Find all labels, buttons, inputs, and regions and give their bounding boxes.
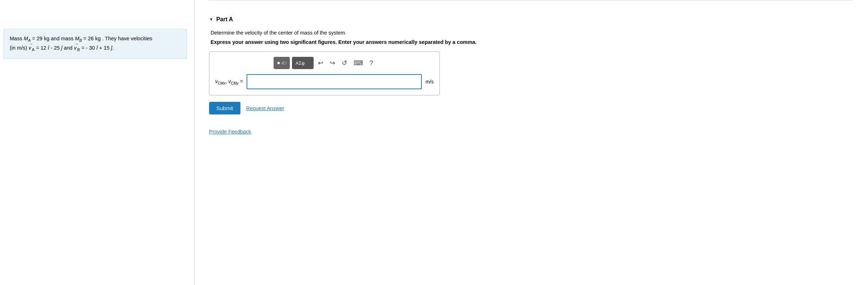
math-template-icon: ■ xyxy=(277,60,280,65)
help-button[interactable]: ? xyxy=(367,57,375,69)
velocity-b-vec: →v xyxy=(74,44,76,53)
part-a-label: Part A xyxy=(216,16,233,23)
request-answer-button[interactable]: Request Answer xyxy=(246,105,284,111)
submit-button[interactable]: Submit xyxy=(209,102,240,114)
input-row: vCMx, vCMy = m/s xyxy=(215,74,434,89)
help-icon: ? xyxy=(369,59,373,67)
problem-statement: Mass MA = 29 kg and mass MB = 26 kg . Th… xyxy=(4,29,187,59)
instruction-text: Express your answer using two significan… xyxy=(211,39,854,45)
redo-button[interactable]: ↪ xyxy=(328,57,337,69)
left-panel: Mass MA = 29 kg and mass MB = 26 kg . Th… xyxy=(0,0,195,285)
redo-icon: ↪ xyxy=(330,59,335,67)
reset-button[interactable]: ↺ xyxy=(340,57,349,69)
reset-icon: ↺ xyxy=(342,59,347,67)
answer-input[interactable] xyxy=(247,74,422,89)
unit-label: m/s xyxy=(425,79,434,85)
collapse-arrow-icon[interactable]: ▼ xyxy=(209,17,213,22)
question-text: Determine the velocity of the center of … xyxy=(211,30,854,36)
answer-container: ■ √□ ΑΣφ ↩ ↪ ↺ ⌨ ? vCM xyxy=(209,51,440,95)
right-panel: ▼ Part A Determine the velocity of the c… xyxy=(195,0,868,285)
math-template-button[interactable]: ■ √□ xyxy=(274,57,290,69)
math-template-sqrt-icon: √□ xyxy=(281,60,286,65)
undo-icon: ↩ xyxy=(318,59,323,67)
keyboard-button[interactable]: ⌨ xyxy=(351,57,365,69)
problem-line2: (in m/s) →vA = 12 î - 25 ĵ and →vB = - 3… xyxy=(10,44,181,53)
input-label: vCMx, vCMy = xyxy=(215,78,243,85)
top-divider xyxy=(209,0,854,0)
provide-feedback-link[interactable]: Provide Feedback xyxy=(209,129,251,135)
keyboard-icon: ⌨ xyxy=(354,59,363,67)
greek-symbols-button[interactable]: ΑΣφ xyxy=(292,57,314,69)
greek-label: ΑΣφ xyxy=(296,60,305,66)
part-a-header: ▼ Part A xyxy=(209,9,854,23)
undo-button[interactable]: ↩ xyxy=(316,57,326,69)
velocity-a-vec: →v xyxy=(28,44,31,53)
math-toolbar: ■ √□ ΑΣφ ↩ ↪ ↺ ⌨ ? xyxy=(215,57,434,69)
problem-line1: Mass MA = 29 kg and mass MB = 26 kg . Th… xyxy=(10,34,181,44)
buttons-row: Submit Request Answer xyxy=(209,102,854,114)
